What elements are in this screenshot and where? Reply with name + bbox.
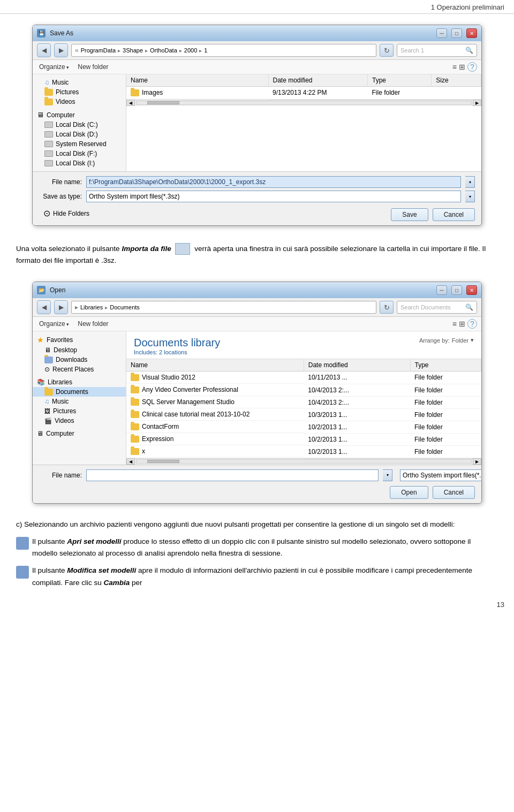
tree-item-local-disk-d[interactable]: Local Disk (D:) <box>33 130 126 139</box>
back-button[interactable]: ◀ <box>37 43 51 57</box>
dialog2-title-icon: 📂 <box>37 286 46 294</box>
close-button[interactable]: ✕ <box>466 28 477 38</box>
view-list-icon[interactable]: ≡ <box>452 320 457 328</box>
tree-item-computer[interactable]: 🖥 Computer <box>33 110 126 120</box>
tree-item-system-reserved[interactable]: System Reserved <box>33 139 126 149</box>
help-icon[interactable]: ? <box>467 62 477 72</box>
dialog2-file-name-dropdown-arrow[interactable]: ▾ <box>383 469 392 481</box>
breadcrumb-bar[interactable]: « ProgramData ▸ 3Shape ▸ OrthoData ▸ 200… <box>71 44 376 57</box>
table-row[interactable]: Any Video Converter Professional 10/4/20… <box>126 384 481 396</box>
tree-item-computer[interactable]: 🖥 Computer <box>33 429 126 438</box>
tree-item-pictures[interactable]: 🖼 Pictures <box>33 406 126 416</box>
tree-item-videos[interactable]: Videos <box>33 97 126 107</box>
table-row[interactable]: x 10/2/2013 1... File folder <box>126 445 481 458</box>
scroll-right-button[interactable]: ▶ <box>473 458 481 465</box>
tree-item-libraries[interactable]: 📚 Libraries <box>33 377 126 387</box>
refresh-button[interactable]: ↻ <box>380 44 394 57</box>
tree-item-pictures[interactable]: Pictures <box>33 87 126 97</box>
col-name[interactable]: Name <box>126 74 268 87</box>
file-name-input[interactable] <box>86 176 461 188</box>
tree-item-local-disk-i[interactable]: Local Disk (I:) <box>33 158 126 168</box>
dialog2-search-box[interactable]: Search Documents 🔍 <box>397 301 477 314</box>
tree-item-desktop[interactable]: 🖥 Desktop <box>33 345 126 355</box>
col-type[interactable]: Type <box>410 359 481 371</box>
tree-item-documents[interactable]: Documents <box>33 387 126 397</box>
tree-item-local-disk-c[interactable]: Local Disk (C:) <box>33 120 126 130</box>
tree-item-local-disk-f[interactable]: Local Disk (F:) <box>33 149 126 158</box>
view-icon-icon[interactable]: ⊞ <box>459 63 465 71</box>
right-panel: Name Date modified Type Size Images 9/13… <box>126 74 481 171</box>
scroll-left-button[interactable]: ◀ <box>126 100 135 106</box>
table-row[interactable]: Expression 10/2/2013 1... File folder <box>126 433 481 445</box>
organize-button[interactable]: Organize <box>37 62 71 72</box>
breadcrumb-item[interactable]: Libraries <box>80 304 103 310</box>
save-button[interactable]: Save <box>391 208 428 221</box>
scroll-right-button[interactable]: ▶ <box>473 100 481 106</box>
col-date[interactable]: Date modified <box>268 74 368 87</box>
scroll-track[interactable] <box>136 459 472 464</box>
tree-item-label: Desktop <box>54 346 77 354</box>
tree-item-favorites[interactable]: ★ Favorites <box>33 335 126 345</box>
table-row[interactable]: ContactForm 10/2/2013 1... File folder <box>126 421 481 433</box>
scroll-track[interactable] <box>136 101 472 105</box>
breadcrumb-item[interactable]: 2000 <box>184 47 197 54</box>
text-paragraph-1: Una volta selezionato il pulsante Import… <box>16 243 498 267</box>
table-row[interactable]: Visual Studio 2012 10/11/2013 ... File f… <box>126 371 481 384</box>
new-folder-button[interactable]: New folder <box>75 62 110 72</box>
dialog2-forward-button[interactable]: ▶ <box>54 300 68 314</box>
dialog2-breadcrumb-bar[interactable]: ▸ Libraries ▸ Documents <box>71 301 376 314</box>
tree-item-label: Local Disk (F:) <box>56 150 97 157</box>
tree-item-recent-places[interactable]: ⊙ Recent Places <box>33 365 126 374</box>
col-date[interactable]: Date modified <box>304 359 410 371</box>
col-size[interactable]: Size <box>432 74 481 87</box>
file-name-dropdown-arrow[interactable]: ▾ <box>465 176 475 188</box>
dialog2-file-type-input[interactable] <box>400 469 482 481</box>
tree-item-music[interactable]: ♫ Music <box>33 397 126 406</box>
search-box[interactable]: Search 1 🔍 <box>397 44 477 57</box>
para3-bold: Modifica set modelli <box>67 566 136 574</box>
scroll-thumb[interactable] <box>147 101 179 104</box>
view-icon-icon[interactable]: ⊞ <box>459 320 465 328</box>
file-date: 10/2/2013 1... <box>304 421 410 433</box>
file-name: Images <box>142 89 163 96</box>
breadcrumb-item[interactable]: 3Shape <box>123 47 143 54</box>
dialog2-cancel-button[interactable]: Cancel <box>433 486 475 499</box>
minimize-button[interactable]: ─ <box>436 28 447 38</box>
horizontal-scrollbar[interactable]: ◀ ▶ <box>126 100 481 106</box>
breadcrumb-item[interactable]: 1 <box>204 47 207 54</box>
scroll-thumb[interactable] <box>147 460 179 463</box>
dialog2-minimize-button[interactable]: ─ <box>436 285 447 295</box>
table-row[interactable]: Images 9/13/2013 4:22 PM File folder <box>126 87 481 100</box>
dialog2-maximize-button[interactable]: □ <box>451 285 462 295</box>
dialog2-horizontal-scrollbar[interactable]: ◀ ▶ <box>126 458 481 465</box>
hide-folders-row[interactable]: ⊙ Hide Folders <box>39 206 94 221</box>
dialog2-file-name-input[interactable] <box>86 469 379 481</box>
tree-item-music[interactable]: ♫ Music <box>33 78 126 87</box>
dialog2-close-button[interactable]: ✕ <box>466 285 477 295</box>
help-icon[interactable]: ? <box>467 319 477 329</box>
breadcrumb-item[interactable]: ProgramData <box>81 47 116 54</box>
tree-item-videos[interactable]: 🎬 Videos <box>33 416 126 426</box>
breadcrumb-item[interactable]: Documents <box>110 304 140 310</box>
table-row[interactable]: Clinical case tutorial meat 2013-10-02 1… <box>126 408 481 421</box>
save-type-dropdown-arrow[interactable]: ▾ <box>465 191 475 202</box>
dialog2-organize-button[interactable]: Organize <box>37 319 71 329</box>
dialog2-back-button[interactable]: ◀ <box>37 300 51 314</box>
open-button[interactable]: Open <box>390 486 428 499</box>
forward-button[interactable]: ▶ <box>54 43 68 57</box>
cancel-button[interactable]: Cancel <box>433 208 475 221</box>
breadcrumb-item[interactable]: OrthoData <box>150 47 177 54</box>
file-name: ContactForm <box>142 423 179 430</box>
maximize-button[interactable]: □ <box>451 28 462 38</box>
tree-item-downloads[interactable]: Downloads <box>33 355 126 365</box>
save-type-input[interactable] <box>86 191 461 202</box>
dialog2-refresh-button[interactable]: ↻ <box>380 301 394 314</box>
file-type: File folder <box>410 371 481 384</box>
arrange-by[interactable]: Arrange by: Folder ▾ <box>419 337 474 344</box>
view-list-icon[interactable]: ≡ <box>452 63 457 71</box>
dialog2-new-folder-button[interactable]: New folder <box>75 319 110 329</box>
scroll-left-button[interactable]: ◀ <box>126 458 135 465</box>
col-type[interactable]: Type <box>368 74 432 87</box>
table-row[interactable]: SQL Server Management Studio 10/4/2013 2… <box>126 396 481 408</box>
col-name[interactable]: Name <box>126 359 304 371</box>
